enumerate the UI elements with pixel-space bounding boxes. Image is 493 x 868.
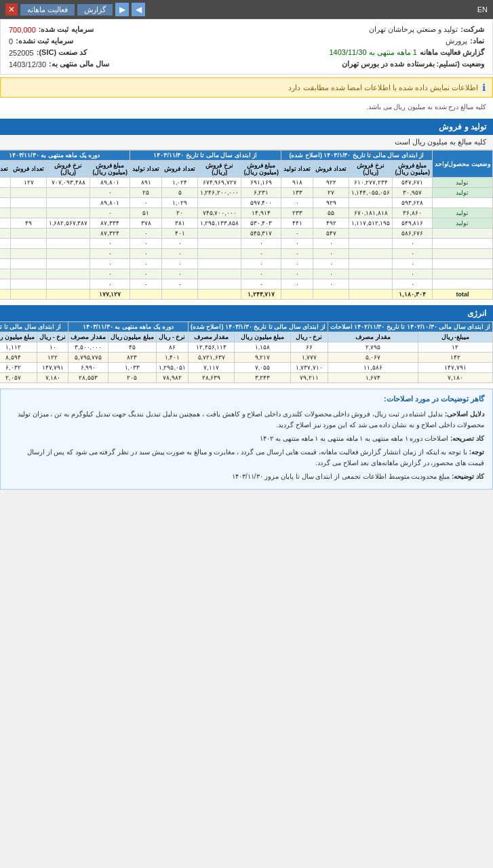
prod-data-cell: ۳۰,۹۵۷ bbox=[393, 188, 433, 198]
energy-data-cell: ۱۴۲ bbox=[418, 353, 492, 363]
prod-data-cell bbox=[197, 198, 241, 208]
e-th-10: مبلغ میلیون ریال bbox=[0, 332, 37, 342]
production-row: ۰۰۰۰۰۰۰۰۰۰۰۰ bbox=[0, 239, 493, 249]
page-wrapper: EN ◀ ▶ گزارش فعالیت ماهانه ✕ شرکت: توليد… bbox=[0, 0, 493, 490]
prod-data-cell bbox=[11, 198, 47, 208]
energy-data-cell: ۶۶ bbox=[291, 342, 328, 353]
energy-row: ۱۴۷,۷۹۱۱۱,۵۸۶۱,۷۳۷,۷۱۰۷,۰۵۵۷,۱۱۷۱,۲۹۵,۰۵… bbox=[0, 363, 493, 373]
prod-data-cell bbox=[11, 229, 47, 239]
prod-data-cell: ۶۷۴,۹۶۹,۷۲۷ bbox=[197, 178, 241, 188]
prod-data-cell bbox=[46, 229, 90, 239]
prod-data-cell: ۱,۶۸۲,۵۶۷,۳۸۷ bbox=[46, 218, 90, 229]
th-rate-3: نرخ فروش(ریال) bbox=[46, 161, 90, 178]
th-prod-2: تعداد تولید bbox=[130, 161, 162, 178]
energy-data-cell: ۱,۱۱۲ bbox=[0, 342, 37, 353]
energy-data-cell: ۱,۷۷۷ bbox=[291, 353, 328, 363]
prod-data-cell bbox=[0, 188, 11, 198]
prod-type-cell: تولید bbox=[432, 178, 492, 188]
prod-data-cell: ۰ bbox=[281, 279, 313, 290]
prod-data-cell: ۱,۲۹۵,۱۳۳,۸۵۸ bbox=[197, 218, 241, 229]
prod-data-cell: ۰ bbox=[0, 239, 11, 249]
production-row: تولید۳۶,۸۶۰۶۷۰,۱۸۱,۸۱۸۵۵۲۳۳۱۴,۹۱۴۷۴۵,۷۰۰… bbox=[0, 208, 493, 218]
e-th-5: مقدار مصرف bbox=[188, 332, 234, 342]
production-section-header: توليد و فروش bbox=[0, 119, 493, 135]
info-row-3: گزارش فعالیت ماهانه 1 ماهه منتهی به 1403… bbox=[9, 47, 484, 58]
prod-data-cell: ۲۷ bbox=[313, 188, 349, 198]
prod-data-cell: ۰ bbox=[241, 259, 281, 269]
prod-data-cell: ۱,۲۴۶,۲۰۰,۰۰۰ bbox=[197, 188, 241, 198]
prod-data-cell: ۰ bbox=[393, 249, 433, 259]
activity-button[interactable]: فعالیت ماهانه bbox=[20, 4, 75, 16]
prev-button[interactable]: ◀ bbox=[132, 3, 145, 16]
top-bar-right: ◀ ▶ گزارش فعالیت ماهانه ✕ bbox=[5, 3, 145, 16]
prod-data-cell: ۱,۲۴۴,۷۱۷ bbox=[241, 290, 281, 300]
th-from-start-corrected: از ابتدای سال مالی تا تاریخ ۱۴۰۳/۱/۳۰ (ا… bbox=[281, 151, 432, 161]
energy-data-cell: ۱۱,۵۸۶ bbox=[328, 363, 418, 373]
info-section: شرکت: توليد و صنعتي پرخاشان تهران سرمايه… bbox=[0, 19, 493, 75]
close-button[interactable]: ✕ bbox=[5, 3, 18, 16]
th-count-1: تعداد فروش bbox=[313, 161, 349, 178]
prod-data-cell: ۰ bbox=[0, 259, 11, 269]
prod-data-cell: ۵۴۷,۶۷۱ bbox=[393, 178, 433, 188]
energy-th-monthly: دوره یک ماهه منتهی به ۱۴۰۳/۱۱/۳۰ bbox=[68, 322, 189, 332]
prod-type-cell bbox=[432, 229, 492, 239]
energy-th-start-corrected: از ابتدای سال مالی تا تاریخ ۱۴۰۳/۱/۳۰ (ا… bbox=[188, 322, 328, 332]
prod-data-cell: ۱,۰۲۹ bbox=[162, 198, 198, 208]
prod-data-cell: ۱۳۳ bbox=[281, 188, 313, 198]
th-count-2: تعداد فروش bbox=[162, 161, 198, 178]
prod-data-cell: ۰ bbox=[162, 239, 198, 249]
prod-data-cell: ۸۹,۸۰۱ bbox=[90, 198, 130, 208]
note-text: کليه مبالغ درج شده به ميليون ريال می باش… bbox=[0, 100, 493, 113]
alert-icon: ℹ bbox=[482, 82, 486, 93]
energy-row: ۱۲۲,۷۹۵۶۶۱,۱۵۸۱۲,۴۵۶,۱۱۴۸۶۴۵۳,۵۰۰,۰۰۰۱۰۱… bbox=[0, 342, 493, 353]
production-row: تولید۵۴۷,۶۷۱۶۱۰,۲۷۷,۲۳۴۹۲۲۹۱۸۶۹۱,۱۶۹۶۷۴,… bbox=[0, 178, 493, 188]
holding-label: نماد: bbox=[470, 37, 484, 45]
capital-label: سرمايه ثبت شده: bbox=[39, 25, 94, 34]
production-row: ۵۸۶,۶۷۶۵۴۷۰۵۴۵,۳۱۷۴۰۱۰۸۷,۳۲۴۷۵۰۴۵۷,۹۸۱۳۵… bbox=[0, 229, 493, 239]
prod-data-cell: ۰ bbox=[90, 188, 130, 198]
prod-data-cell: ۸۷,۳۲۴ bbox=[90, 229, 130, 239]
prod-data-cell bbox=[197, 279, 241, 290]
energy-table-container: از ابتدای سال مالی ۱۴۰۲/۱۰/۳۰ تا تاریخ ۱… bbox=[0, 321, 493, 383]
prod-data-cell bbox=[46, 208, 90, 218]
energy-data-cell: ۱,۷۳۷,۷۱۰ bbox=[291, 363, 328, 373]
prod-data-cell bbox=[46, 198, 90, 208]
prod-data-cell bbox=[0, 208, 11, 218]
capital2-label: سرمايه ثبت نشده: bbox=[16, 37, 73, 45]
footer-note: کاد تصریحه: اصلاحات دوره ۱ ماهه منتهی به… bbox=[9, 432, 484, 446]
prod-type-cell bbox=[432, 279, 492, 290]
energy-data-cell: ۵,۷۹۵,۷۷۵ bbox=[68, 353, 109, 363]
prod-data-cell: ۵۴۹,۸۱۶ bbox=[393, 218, 433, 229]
energy-data-cell: ۳,۲۴۳ bbox=[235, 373, 291, 383]
alert-text: اطلاعات نمايش داده شده با اطلاعات امضا ش… bbox=[288, 83, 478, 92]
report-button[interactable]: گزارش bbox=[77, 4, 113, 16]
prod-data-cell: ۰ bbox=[281, 259, 313, 269]
report-item: گزارش فعالیت ماهانه 1 ماهه منتهی به 1403… bbox=[329, 48, 484, 57]
footer-note: کاد توضیحه: مبلغ محدودیت متوسط اطلاعات ت… bbox=[9, 470, 484, 484]
energy-data-cell: ۸,۵۹۴ bbox=[0, 353, 37, 363]
energy-data-cell: ۷,۰۵۵ bbox=[235, 363, 291, 373]
energy-row: ۱۴۲۵,۰۶۷۱,۷۷۷۹,۲۱۷۵,۷۲۱,۶۳۷۱,۴۰۱۸۲۳۵,۷۹۵… bbox=[0, 353, 493, 363]
next-button[interactable]: ▶ bbox=[115, 3, 129, 16]
energy-data-cell: ۷۹,۲۱۱ bbox=[291, 373, 328, 383]
energy-data-cell: ۷۸,۹۸۲ bbox=[156, 373, 188, 383]
footer-note: توجه: با توجه به اینکه از زمان انتشار گز… bbox=[9, 446, 484, 470]
prod-data-cell: ۶۹۱,۱۶۹ bbox=[241, 178, 281, 188]
energy-data-cell: ۷,۱۱۷ bbox=[188, 363, 234, 373]
prod-data-cell: ۴۸ bbox=[0, 178, 11, 188]
prod-data-cell: ۶۱۰,۲۷۷,۲۳۴ bbox=[349, 178, 393, 188]
prod-data-cell: ۷۵ bbox=[0, 229, 11, 239]
energy-data-cell: ۶,۰۳۲ bbox=[0, 363, 37, 373]
energy-th-current: از ابتدای سال مالی تا تاریخ ۱۴۰۳/۱۱/۳۰ bbox=[0, 322, 68, 332]
capital2-value: 0 bbox=[9, 37, 13, 45]
prod-data-cell bbox=[0, 290, 11, 300]
top-bar: EN ◀ ▶ گزارش فعالیت ماهانه ✕ bbox=[0, 0, 493, 19]
prod-data-cell: ۱۷۷,۱۲۷ bbox=[90, 290, 130, 300]
holding-value: پرورش bbox=[446, 37, 467, 45]
production-row: ۰۰۰۰۰۰۰۰۰۰۰۰ bbox=[0, 259, 493, 269]
prod-data-cell: ۰ bbox=[313, 259, 349, 269]
th-monthly: دوره یک ماهه منتهی به ۱۴۰۳/۱۱/۳۰ bbox=[0, 151, 130, 161]
production-row: total۱,۱۸۰,۳۰۴۱,۲۴۴,۷۱۷۱۷۷,۱۲۷۱,۰۴۵,۵۸۰(… bbox=[0, 290, 493, 300]
prod-data-cell: ۹۲۹ bbox=[313, 198, 349, 208]
prod-data-cell: ۰ bbox=[241, 239, 281, 249]
